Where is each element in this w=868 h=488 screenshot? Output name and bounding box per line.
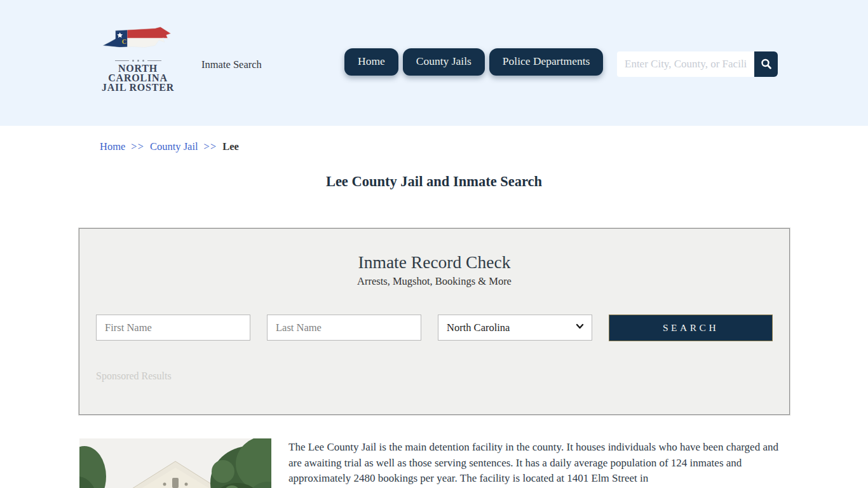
facility-description: The Lee County Jail is the main detentio… xyxy=(288,438,781,488)
state-select-wrap: North Carolina xyxy=(438,315,592,341)
header-search-input[interactable] xyxy=(617,51,754,77)
site-logo[interactable]: C NORTH CAROLINA JAIL ROSTER xyxy=(90,24,186,92)
panel-subheading: Arrests, Mugshot, Bookings & More xyxy=(79,275,790,288)
breadcrumb-home-link[interactable]: Home xyxy=(100,140,125,152)
header-search-button[interactable] xyxy=(754,51,778,77)
logo-text-line2: JAIL ROSTER xyxy=(90,83,186,92)
courthouse-photo: LEE COUNTY COURTHOU xyxy=(79,438,271,488)
logo-divider xyxy=(90,60,186,62)
sponsored-results-label: Sponsored Results xyxy=(96,370,172,382)
first-name-field[interactable] xyxy=(96,315,250,341)
breadcrumb-separator: >> xyxy=(204,140,217,152)
breadcrumb-county-jail-link[interactable]: County Jail xyxy=(150,140,198,152)
search-button[interactable]: SEARCH xyxy=(609,315,773,341)
state-select[interactable]: North Carolina xyxy=(438,315,592,341)
page: C NORTH CAROLINA JAIL ROSTER Inmate Sear… xyxy=(0,0,868,488)
content-section: LEE COUNTY COURTHOU xyxy=(79,438,789,488)
nc-state-flag-icon: C xyxy=(100,24,175,57)
inmate-search-form: North Carolina SEARCH xyxy=(96,315,773,341)
nav-tab-county-jails[interactable]: County Jails xyxy=(403,48,485,76)
breadcrumb-separator: >> xyxy=(131,140,144,152)
panel-heading: Inmate Record Check xyxy=(79,252,790,273)
search-icon xyxy=(760,58,773,71)
header-search xyxy=(617,51,778,77)
nav-tab-home[interactable]: Home xyxy=(344,48,398,76)
logo-text-line1: NORTH CAROLINA xyxy=(90,64,186,83)
main-nav: Home County Jails Police Departments xyxy=(344,48,607,76)
site-header: C NORTH CAROLINA JAIL ROSTER Inmate Sear… xyxy=(0,0,868,126)
page-title: Lee County Jail and Inmate Search xyxy=(0,173,868,190)
breadcrumb: Home>>County Jail>>Lee xyxy=(100,140,239,153)
inmate-record-check-panel: Inmate Record Check Arrests, Mugshot, Bo… xyxy=(78,227,790,416)
breadcrumb-current: Lee xyxy=(222,140,239,152)
site-tagline: Inmate Search xyxy=(201,58,262,71)
nav-tab-police-departments[interactable]: Police Departments xyxy=(489,48,604,76)
last-name-field[interactable] xyxy=(267,315,421,341)
svg-text:C: C xyxy=(122,38,126,45)
